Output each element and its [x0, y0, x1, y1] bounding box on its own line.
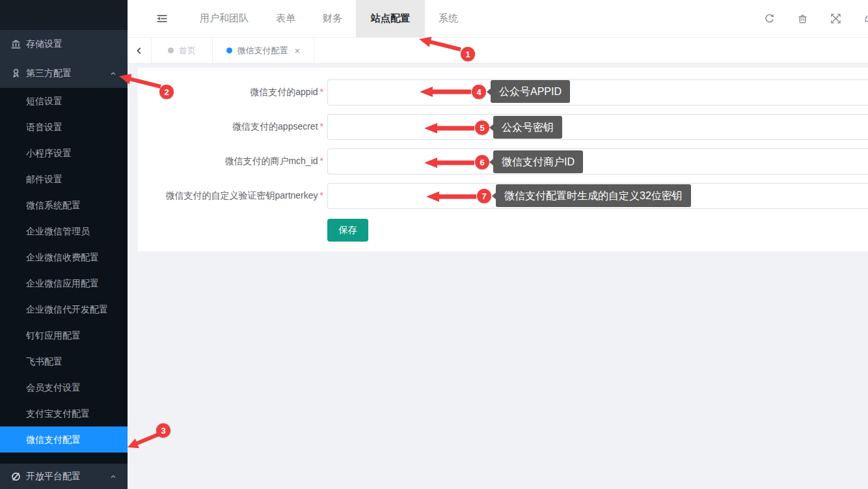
annotation-badge-6: 6 [475, 155, 489, 169]
sidebar-item-wecom-dev[interactable]: 企业微信代开发配置 [0, 296, 128, 322]
required-mark: * [320, 121, 323, 132]
required-mark: * [320, 190, 323, 201]
nav-system[interactable]: 系统 [425, 0, 472, 37]
sidebar-group-label: 存储设置 [26, 38, 62, 50]
close-tab-icon[interactable]: × [295, 46, 301, 55]
field-label: 微信支付的自定义验证密钥partnerkey* [138, 190, 323, 202]
sidebar-item-dingtalk-app[interactable]: 钉钉应用配置 [0, 322, 128, 348]
nav-forms[interactable]: 表单 [262, 0, 309, 37]
header-action-icons [764, 0, 868, 37]
tooltip-partnerkey: 微信支付配置时生成的自定义32位密钥 [496, 184, 691, 207]
chevron-up-icon [109, 473, 117, 481]
required-mark: * [320, 87, 323, 97]
nav-site-config-active[interactable]: 站点配置 [356, 0, 425, 37]
sidebar-item-wechat-pay-active[interactable]: 微信支付配置 [0, 426, 128, 453]
trash-icon[interactable] [797, 13, 808, 24]
sidebar-item-miniprogram[interactable]: 小程序设置 [0, 140, 128, 166]
sidebar-item-wecom-admin[interactable]: 企业微信管理员 [0, 218, 128, 244]
sidebar-logo-area [0, 0, 128, 30]
tab-label: 微信支付配置 [237, 45, 288, 57]
bell-icon[interactable] [863, 13, 868, 24]
sidebar-group-label: 第三方配置 [26, 68, 72, 79]
fullscreen-icon[interactable] [830, 13, 841, 24]
page-tab-bar: 首页 微信支付配置 × [128, 38, 868, 64]
annotation-badge-5: 5 [475, 120, 489, 135]
tabs-scroll-left-button[interactable] [128, 38, 152, 63]
field-label: 微信支付的appsecret* [138, 121, 323, 133]
sidebar-item-member-pay[interactable]: 会员支付设置 [0, 374, 128, 400]
tab-dot-icon [226, 48, 232, 53]
tab-label: 首页 [179, 45, 196, 57]
tooltip-mchid: 微信支付商户ID [493, 150, 583, 173]
sidebar-group-label: 开放平台配置 [26, 471, 81, 482]
required-mark: * [320, 156, 323, 166]
sidebar-item-mail[interactable]: 邮件设置 [0, 166, 128, 192]
sidebar-item-alipay[interactable]: 支付宝支付配置 [0, 400, 128, 426]
sidebar-item-wechat-system[interactable]: 微信系统配置 [0, 192, 128, 218]
menu-fold-icon [156, 13, 168, 24]
chevron-left-icon [135, 46, 144, 55]
tab-wechat-pay-config[interactable]: 微信支付配置 × [213, 38, 314, 63]
sidebar: 存储设置 第三方配置 短信设置 语音设置 小程序设置 邮件设置 微信系统配置 企… [0, 0, 128, 489]
top-nav: 用户和团队 表单 财务 站点配置 系统 [186, 0, 472, 37]
sidebar-submenu: 短信设置 语音设置 小程序设置 邮件设置 微信系统配置 企业微信管理员 企业微信… [0, 88, 128, 453]
annotation-badge-3: 3 [156, 423, 170, 438]
annotation-badge-2: 2 [159, 85, 174, 99]
annotation-badge-1: 1 [461, 47, 475, 61]
mchid-input[interactable] [327, 148, 868, 175]
annotation-badge-7: 7 [477, 189, 491, 203]
slash-circle-icon [10, 471, 21, 482]
sidebar-item-sms[interactable]: 短信设置 [0, 88, 128, 114]
bank-icon [10, 39, 21, 49]
field-label: 微信支付的商户mch_id* [138, 156, 323, 167]
nav-users-teams[interactable]: 用户和团队 [186, 0, 262, 37]
tab-dot-icon [168, 48, 174, 53]
tooltip-appsecret: 公众号密钥 [493, 116, 562, 139]
annotation-badge-4: 4 [472, 85, 486, 99]
sidebar-submenu-padding [0, 453, 128, 464]
sidebar-item-wecom-app[interactable]: 企业微信应用配置 [0, 270, 128, 296]
sidebar-item-feishu[interactable]: 飞书配置 [0, 348, 128, 374]
sidebar-item-wecom-billing[interactable]: 企业微信收费配置 [0, 244, 128, 270]
sidebar-group-third-party[interactable]: 第三方配置 [0, 59, 128, 88]
sidebar-item-voice[interactable]: 语音设置 [0, 114, 128, 140]
sidebar-group-storage[interactable]: 存储设置 [0, 30, 128, 59]
refresh-icon[interactable] [764, 13, 775, 24]
save-button[interactable]: 保存 [327, 219, 368, 242]
main-area: 用户和团队 表单 财务 站点配置 系统 [128, 0, 868, 489]
collapse-sidebar-button[interactable] [156, 0, 168, 37]
nav-finance[interactable]: 财务 [309, 0, 356, 37]
sidebar-group-open-platform[interactable]: 开放平台配置 [0, 464, 128, 489]
chevron-up-icon [109, 70, 117, 77]
appid-input[interactable] [327, 79, 868, 105]
top-header: 用户和团队 表单 财务 站点配置 系统 [128, 0, 868, 38]
tab-home[interactable]: 首页 [152, 38, 213, 63]
key-icon [10, 68, 21, 79]
tooltip-appid: 公众号APPID [491, 80, 570, 103]
save-row: 保存 [138, 219, 868, 242]
appsecret-input[interactable] [327, 114, 868, 140]
app-root: 存储设置 第三方配置 短信设置 语音设置 小程序设置 邮件设置 微信系统配置 企… [0, 0, 868, 489]
